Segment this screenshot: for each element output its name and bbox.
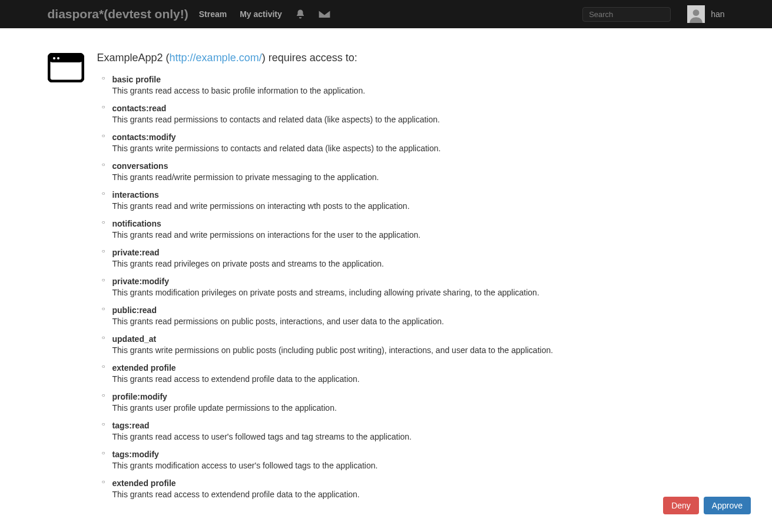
scope-name: tags:read bbox=[112, 421, 725, 430]
scope-name: public:read bbox=[112, 305, 725, 315]
scope-item: private:readThis grants read privileges … bbox=[112, 248, 725, 268]
svg-point-3 bbox=[53, 57, 55, 59]
scope-name: tags:modify bbox=[112, 450, 725, 459]
scope-description: This grants read permissions on public p… bbox=[112, 317, 444, 326]
scope-item: profile:modifyThis grants user profile u… bbox=[112, 392, 725, 413]
scope-item: private:modifyThis grants modification p… bbox=[112, 277, 725, 297]
app-window-icon bbox=[48, 75, 84, 84]
scope-description: This grants read permissions to contacts… bbox=[112, 115, 440, 124]
scope-description: This grants read access to extendend pro… bbox=[112, 490, 360, 499]
brand[interactable]: diaspora*(devtest only!) bbox=[48, 7, 188, 21]
scope-item: contacts:readThis grants read permission… bbox=[112, 104, 725, 124]
scope-item: updated_atThis grants write permissions … bbox=[112, 334, 725, 355]
scope-description: This grants write permissions on public … bbox=[112, 345, 554, 355]
svg-point-4 bbox=[57, 57, 59, 59]
scope-description: This grants read and write permissions o… bbox=[112, 230, 421, 240]
scope-item: extended profileThis grants read access … bbox=[112, 478, 725, 499]
scope-description: This grants modification access to user'… bbox=[112, 461, 378, 470]
messages-icon[interactable] bbox=[319, 10, 330, 18]
svg-point-0 bbox=[693, 9, 700, 16]
scope-item: tags:modifyThis grants modification acce… bbox=[112, 450, 725, 470]
app-url-link[interactable]: http://example.com/ bbox=[170, 52, 262, 64]
scope-description: This grants user profile update permissi… bbox=[112, 403, 337, 413]
scope-name: contacts:read bbox=[112, 104, 725, 113]
scope-name: updated_at bbox=[112, 334, 725, 344]
scope-name: interactions bbox=[112, 190, 725, 200]
notifications-icon[interactable] bbox=[295, 9, 306, 19]
scope-name: profile:modify bbox=[112, 392, 725, 401]
scope-description: This grants read access to user's follow… bbox=[112, 432, 412, 441]
search-input[interactable] bbox=[582, 7, 671, 22]
auth-heading: ExampleApp2 (http://example.com/) requir… bbox=[97, 52, 725, 64]
scope-name: notifications bbox=[112, 219, 725, 228]
scope-item: tags:readThis grants read access to user… bbox=[112, 421, 725, 441]
avatar[interactable] bbox=[687, 5, 705, 23]
scope-name: contacts:modify bbox=[112, 132, 725, 142]
action-buttons: Deny Approve bbox=[663, 497, 751, 507]
scope-description: This grants read and write permissions o… bbox=[112, 201, 410, 211]
scope-item: public:readThis grants read permissions … bbox=[112, 305, 725, 326]
scope-name: conversations bbox=[112, 161, 725, 171]
scope-description: This grants modification privileges on p… bbox=[112, 288, 539, 297]
scope-name: private:modify bbox=[112, 277, 725, 286]
scope-item: contacts:modifyThis grants write permiss… bbox=[112, 132, 725, 153]
scope-description: This grants read privileges on private p… bbox=[112, 259, 384, 268]
main-content: ExampleApp2 (http://example.com/) requir… bbox=[48, 28, 725, 507]
scopes-list: basic profileThis grants read access to … bbox=[97, 75, 725, 499]
scope-item: basic profileThis grants read access to … bbox=[112, 75, 725, 95]
scope-description: This grants read access to extendend pro… bbox=[112, 374, 360, 384]
navbar: diaspora*(devtest only!) Stream My activ… bbox=[0, 0, 772, 28]
nav-my-activity[interactable]: My activity bbox=[240, 9, 282, 19]
scope-description: This grants write permissions to contact… bbox=[112, 144, 441, 153]
scope-name: extended profile bbox=[112, 478, 725, 488]
scope-item: conversationsThis grants read/write perm… bbox=[112, 161, 725, 182]
approve-button[interactable]: Approve bbox=[704, 497, 751, 507]
scope-item: extended profileThis grants read access … bbox=[112, 363, 725, 384]
scope-item: interactionsThis grants read and write p… bbox=[112, 190, 725, 211]
scope-item: notificationsThis grants read and write … bbox=[112, 219, 725, 240]
nav-stream[interactable]: Stream bbox=[199, 9, 227, 19]
scope-description: This grants read access to basic profile… bbox=[112, 86, 366, 95]
scope-name: private:read bbox=[112, 248, 725, 257]
scope-name: basic profile bbox=[112, 75, 725, 84]
scope-description: This grants read/write permission to pri… bbox=[112, 172, 379, 182]
scope-name: extended profile bbox=[112, 363, 725, 373]
username-menu[interactable]: han bbox=[711, 9, 724, 19]
deny-button[interactable]: Deny bbox=[663, 497, 699, 507]
app-name: ExampleApp2 bbox=[97, 52, 163, 64]
